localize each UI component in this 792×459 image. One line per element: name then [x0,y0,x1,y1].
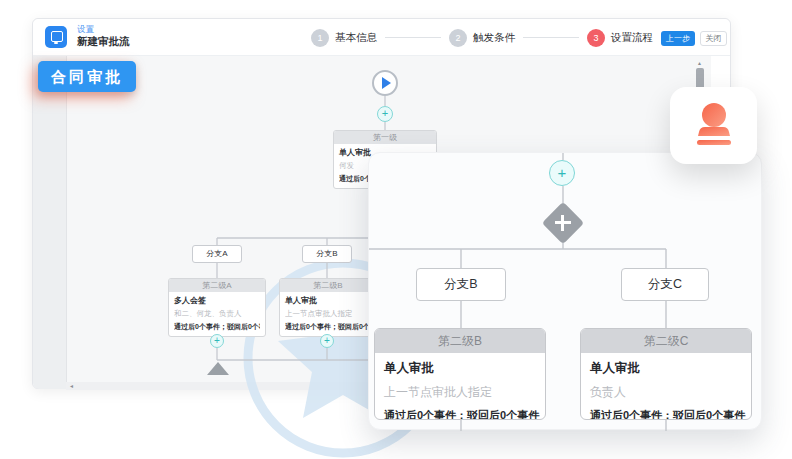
events: 通过后0个事件；驳回后0个事件 [174,322,260,332]
assignee: 上一节点审批人指定 [384,384,536,401]
approval-type: 单人审批 [384,360,536,377]
left-panel-strip [33,56,66,389]
step-label: 触发条件 [473,31,515,45]
events: 通过后0个事件；驳回后0个事件 [590,408,742,420]
flow-name-badge: 合同审批 [38,61,136,92]
branch-c-box[interactable]: 分支C [621,268,709,301]
add-node-icon[interactable]: + [210,334,224,348]
wizard-steps: 1 基本信息 2 触发条件 3 设置流程 [311,19,653,56]
level2c-approval-card[interactable]: 第二级C 单人审批 负责人 通过后0个事件；驳回后0个事件 [580,328,752,420]
card-header: 第一级 [334,131,436,144]
step-label: 设置流程 [611,31,653,45]
step-number: 1 [311,29,329,47]
zoomed-flow-panel: + 分支B 分支C 第二级B 单人审批 上一节点审批人指定 通过后0个事件；驳回… [368,152,762,430]
start-play-icon[interactable] [372,70,398,96]
step-label: 基本信息 [335,31,377,45]
branch-b-box[interactable]: 分支B [302,245,352,263]
scroll-up-icon[interactable]: ▲ [697,60,702,66]
scroll-left-icon[interactable]: ◂ [70,382,73,390]
add-node-icon[interactable]: + [377,106,393,122]
close-button[interactable]: 关闭 [700,31,727,46]
events: 通过后0个事件；驳回后0个事件 [285,322,371,332]
stamp-icon [691,101,737,151]
approval-type: 单人审批 [590,360,742,377]
card-header: 第二级B [375,329,545,353]
seal-app-icon [45,26,67,48]
approval-type: 单人审批 [285,295,371,306]
step-connector [385,37,441,38]
level2b-approval-card[interactable]: 第二级B 单人审批 上一节点审批人指定 通过后0个事件；驳回后0个事件 [374,328,546,420]
events: 通过后0个事件；驳回后0个事件 [384,408,536,420]
step-trigger-condition[interactable]: 2 触发条件 [449,29,515,47]
step-basic-info[interactable]: 1 基本信息 [311,29,377,47]
diamond-plus-icon [561,215,564,231]
add-node-icon[interactable]: + [549,160,575,186]
assignee: 和二、何龙、负责人 [174,309,260,319]
stamp-icon-card [670,87,757,164]
branch-b-box[interactable]: 分支B [416,268,506,301]
page-title: 新建审批流 [77,35,130,49]
previous-step-button[interactable]: 上一步 [661,31,695,46]
card-header: 第二级A [169,279,265,292]
assignee: 上一节点审批人指定 [285,309,371,319]
approval-type: 多人会签 [174,295,260,306]
assignee: 负责人 [590,384,742,401]
add-node-icon[interactable]: + [320,334,334,348]
step-number: 2 [449,29,467,47]
level2a-approval-card[interactable]: 第二级A 多人会签 和二、何龙、负责人 通过后0个事件；驳回后0个事件 [168,278,266,337]
level2b-approval-card[interactable]: 第二级B 单人审批 上一节点审批人指定 通过后0个事件；驳回后0个事件 [279,278,377,337]
step-connector [523,37,579,38]
step-number: 3 [587,29,605,47]
branch-a-box[interactable]: 分支A [192,245,242,263]
card-header: 第二级B [280,279,376,292]
card-header: 第二级C [581,329,751,353]
step-set-process[interactable]: 3 设置流程 [587,29,653,47]
topbar: 设置 新建审批流 1 基本信息 2 触发条件 3 设置流程 上一步 关闭 [33,19,730,56]
